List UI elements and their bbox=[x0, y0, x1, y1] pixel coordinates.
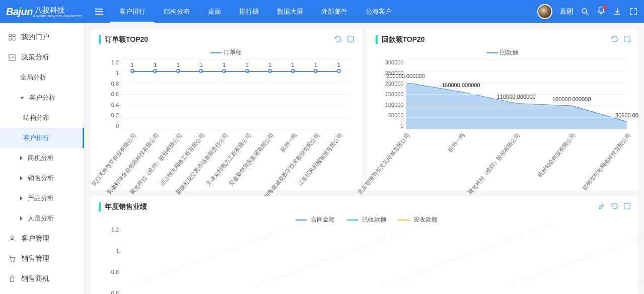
notification-icon[interactable] bbox=[597, 6, 606, 17]
sidebar: 我的门户决策分析全局分析客户分析结构分布客户排行商机分析销售分析产品分析人员分析… bbox=[0, 23, 85, 294]
orders-top20-card: 订单额TOP20 订单额 1.210.80.60.40.20 111111111… bbox=[91, 29, 362, 190]
user-icon bbox=[8, 235, 16, 243]
x-axis: 杭州天株数字科技有限公司安徽蚌埠金鼎包装科技有限公司聚光科技（杭州）股份有限公司… bbox=[121, 130, 350, 184]
refresh-icon[interactable] bbox=[334, 35, 342, 43]
maximize-icon[interactable] bbox=[623, 202, 631, 210]
expand-icon[interactable] bbox=[629, 7, 638, 16]
sidebar-item-label: 人员分析 bbox=[28, 214, 54, 223]
svg-rect-15 bbox=[624, 36, 630, 42]
card-title: 年度销售业绩 bbox=[99, 202, 630, 211]
tab-3[interactable]: 排行榜 bbox=[230, 0, 268, 23]
chart-icon bbox=[8, 53, 16, 61]
sidebar-item-label: 商机分析 bbox=[28, 154, 54, 163]
svg-point-0 bbox=[582, 9, 587, 13]
tab-2[interactable]: 桌面 bbox=[199, 0, 230, 23]
plot-area: 200000.000000160000.000000110000.0000001… bbox=[406, 59, 627, 129]
maximize-icon[interactable] bbox=[623, 35, 631, 43]
sidebar-item-1[interactable]: 决策分析 bbox=[0, 47, 84, 67]
card-actions bbox=[598, 202, 631, 210]
username: 袁朗 bbox=[559, 7, 574, 16]
chevron-right-icon bbox=[20, 216, 23, 220]
svg-point-7 bbox=[11, 236, 13, 239]
card-title: 回款额TOP20 bbox=[376, 35, 630, 44]
annual-chart: 合同金额已收款额应收款额 1.210.80.6 杭州八骏科技有限公司XCRM2 … bbox=[99, 215, 630, 294]
avatar[interactable] bbox=[537, 4, 552, 19]
svg-point-9 bbox=[14, 261, 15, 262]
sidebar-item-10[interactable]: 客户管理 bbox=[0, 229, 84, 249]
chevron-right-icon bbox=[20, 156, 23, 160]
header-right: 袁朗 bbox=[537, 4, 638, 19]
content-area: 订单额TOP20 订单额 1.210.80.60.40.20 111111111… bbox=[85, 23, 644, 294]
y-axis: 1.210.80.60.40.20 bbox=[99, 59, 119, 129]
sidebar-item-2[interactable]: 全局分析 bbox=[0, 67, 84, 88]
download-icon[interactable] bbox=[613, 7, 622, 16]
logo: Bajun 八骏科技 Anyone,Anytime,Anywhere! bbox=[6, 6, 82, 18]
sidebar-item-label: 客户分析 bbox=[29, 93, 55, 102]
orders-chart: 订单额 1.210.80.60.40.20 1111111111 杭州天株数字科… bbox=[99, 48, 353, 184]
sidebar-item-9[interactable]: 人员分析 bbox=[0, 208, 84, 229]
chevron-right-icon bbox=[20, 176, 23, 180]
sidebar-item-8[interactable]: 产品分析 bbox=[0, 188, 84, 208]
sidebar-item-13[interactable]: 合同管理 bbox=[0, 289, 84, 294]
sidebar-item-label: 结构分布 bbox=[23, 113, 49, 122]
logo-slogan: Anyone,Anytime,Anywhere! bbox=[33, 14, 82, 18]
annual-sales-card: 年度销售业绩 合同金额已收款额应收款额 1.210.80.6 杭州八骏科技有限公… bbox=[91, 196, 638, 294]
chart-legend: 合同金额已收款额应收款额 bbox=[99, 215, 630, 224]
sidebar-item-label: 销售分析 bbox=[28, 174, 54, 183]
sidebar-item-7[interactable]: 销售分析 bbox=[0, 168, 84, 188]
chevron-down-icon bbox=[20, 97, 24, 99]
svg-rect-14 bbox=[347, 36, 353, 42]
chart-legend: 回款额 bbox=[376, 48, 630, 57]
sidebar-item-5[interactable]: 客户排行 bbox=[0, 128, 84, 148]
chevron-right-icon bbox=[20, 196, 23, 200]
search-icon[interactable] bbox=[581, 7, 590, 16]
svg-rect-4 bbox=[9, 38, 12, 40]
app-header: Bajun 八骏科技 Anyone,Anytime,Anywhere! 客户排行… bbox=[0, 0, 644, 23]
svg-rect-17 bbox=[624, 203, 630, 209]
receipts-top20-card: 回款额TOP20 回款额 300000250000200000150000100… bbox=[368, 29, 638, 190]
y-axis: 1.210.80.6 bbox=[99, 227, 119, 294]
svg-point-8 bbox=[11, 261, 12, 262]
sidebar-item-label: 销售管理 bbox=[21, 254, 49, 263]
notification-dot bbox=[603, 5, 607, 9]
card-title: 订单额TOP20 bbox=[99, 35, 353, 44]
top-tabs: 客户排行结构分布桌面排行榜数据大屏外部邮件公海客户 bbox=[110, 0, 401, 23]
maximize-icon[interactable] bbox=[347, 35, 354, 43]
sidebar-item-label: 客户管理 bbox=[21, 234, 49, 243]
card-actions bbox=[611, 35, 631, 43]
sidebar-item-label: 决策分析 bbox=[21, 53, 49, 62]
chart-legend: 订单额 bbox=[99, 48, 353, 57]
receipts-chart: 回款额 300000250000200000150000100000500000… bbox=[376, 48, 630, 184]
svg-rect-3 bbox=[13, 34, 15, 37]
logo-text-en: Bajun bbox=[6, 6, 33, 18]
sidebar-item-3[interactable]: 客户分析 bbox=[0, 88, 84, 108]
grid-icon bbox=[8, 33, 16, 41]
tab-1[interactable]: 结构分布 bbox=[155, 0, 199, 23]
plot-area: 1111111111 bbox=[121, 59, 350, 129]
sidebar-item-label: 全局分析 bbox=[20, 73, 46, 82]
sidebar-item-label: 销售商机 bbox=[21, 274, 49, 283]
cart-icon bbox=[8, 255, 16, 263]
tab-6[interactable]: 公海客户 bbox=[356, 0, 401, 23]
sidebar-item-0[interactable]: 我的门户 bbox=[0, 27, 84, 47]
refresh-icon[interactable] bbox=[611, 202, 618, 210]
tab-4[interactable]: 数据大屏 bbox=[268, 0, 312, 23]
x-axis: 北京智博尚书文化传媒有限公司杭州一鸣聚光科技（杭州）股份有限公司杭州知会科技有限… bbox=[406, 130, 627, 184]
sidebar-item-label: 我的门户 bbox=[21, 33, 49, 42]
y-axis: 300000250000200000150000100000500000 bbox=[376, 59, 404, 129]
sidebar-item-11[interactable]: 销售管理 bbox=[0, 249, 84, 269]
edit-icon[interactable] bbox=[598, 202, 606, 210]
sidebar-item-4[interactable]: 结构分布 bbox=[0, 108, 84, 128]
sidebar-item-12[interactable]: 销售商机 bbox=[0, 269, 84, 289]
menu-toggle-icon[interactable] bbox=[95, 9, 103, 15]
tab-5[interactable]: 外部邮件 bbox=[312, 0, 356, 23]
sidebar-item-6[interactable]: 商机分析 bbox=[0, 148, 84, 168]
svg-line-1 bbox=[586, 13, 589, 15]
card-actions bbox=[334, 35, 354, 43]
tab-0[interactable]: 客户排行 bbox=[110, 0, 155, 23]
sidebar-item-label: 客户排行 bbox=[23, 133, 49, 142]
svg-rect-5 bbox=[13, 38, 15, 40]
svg-rect-2 bbox=[9, 34, 12, 37]
bag-icon bbox=[8, 275, 16, 283]
refresh-icon[interactable] bbox=[611, 35, 618, 43]
